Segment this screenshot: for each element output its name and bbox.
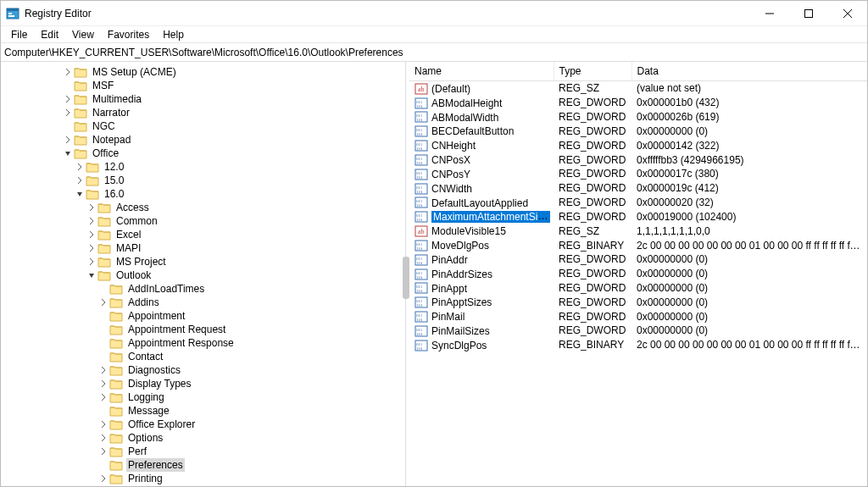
value-type: REG_DWORD bbox=[554, 124, 632, 138]
tree-item-label: MSF bbox=[91, 79, 115, 92]
tree-pane[interactable]: MS Setup (ACME)MSFMultimediaNarratorNGCN… bbox=[1, 62, 406, 486]
table-row[interactable]: 011110ABModalHeightREG_DWORD0x000001b0 (… bbox=[409, 96, 867, 110]
table-row[interactable]: 011110PinAddrREG_DWORD0x00000000 (0) bbox=[409, 252, 867, 267]
table-row[interactable]: 011110CNPosYREG_DWORD0x0000017c (380) bbox=[409, 167, 867, 181]
tree-item[interactable]: 15.0 bbox=[1, 174, 405, 187]
chevron-right-icon[interactable] bbox=[97, 391, 109, 403]
table-row[interactable]: 011110SyncDlgPosREG_BINARY2c 00 00 00 00… bbox=[409, 338, 867, 352]
table-row[interactable]: abModuleVisible15REG_SZ1,1,1,1,1,1,1,0,0 bbox=[409, 224, 867, 238]
menu-view[interactable]: View bbox=[65, 27, 101, 42]
tree-item[interactable]: Logging bbox=[1, 390, 405, 404]
chevron-down-icon[interactable] bbox=[74, 188, 86, 200]
svg-text:110: 110 bbox=[416, 190, 423, 194]
table-row[interactable]: 011110CNWidthREG_DWORD0x0000019c (412) bbox=[409, 181, 867, 196]
menu-edit[interactable]: Edit bbox=[34, 27, 65, 42]
svg-text:110: 110 bbox=[416, 318, 423, 322]
chevron-right-icon[interactable] bbox=[62, 66, 74, 78]
table-row[interactable]: 011110PinApptSizesREG_DWORD0x00000000 (0… bbox=[409, 295, 867, 309]
tree-item[interactable]: Office bbox=[1, 147, 405, 160]
column-header-data[interactable]: Data bbox=[632, 62, 867, 81]
tree-item[interactable]: Contact bbox=[1, 350, 405, 363]
tree-item[interactable]: Appointment Response bbox=[1, 336, 405, 350]
tree-item[interactable]: Perf bbox=[1, 445, 405, 458]
table-row[interactable]: 011110MaximumAttachmentSizeREG_DWORD0x00… bbox=[409, 209, 867, 224]
tree-item[interactable]: Diagnostics bbox=[1, 363, 405, 377]
chevron-right-icon[interactable] bbox=[62, 93, 74, 105]
chevron-right-icon[interactable] bbox=[86, 256, 97, 268]
tree-item[interactable]: NGC bbox=[1, 119, 405, 133]
chevron-right-icon[interactable] bbox=[74, 174, 86, 186]
tree-item[interactable]: MSF bbox=[1, 79, 405, 92]
chevron-right-icon[interactable] bbox=[86, 202, 97, 213]
table-row[interactable]: 011110CNPosXREG_DWORD0xfffffbb3 (4294966… bbox=[409, 152, 867, 167]
tree-item[interactable]: Excel bbox=[1, 228, 405, 241]
tree-item[interactable]: Access bbox=[1, 201, 405, 214]
tree-item[interactable]: Addins bbox=[1, 296, 405, 309]
chevron-right-icon[interactable] bbox=[97, 364, 109, 376]
tree-item[interactable]: MS Project bbox=[1, 255, 405, 268]
tree-item[interactable]: Message bbox=[1, 404, 405, 418]
table-row[interactable]: 011110PinAddrSizesREG_DWORD0x00000000 (0… bbox=[409, 267, 867, 281]
tree-item[interactable]: AddInLoadTimes bbox=[1, 282, 405, 296]
splitter-thumb[interactable] bbox=[403, 257, 409, 299]
tree-item[interactable]: Display Types bbox=[1, 377, 405, 390]
tree-item[interactable]: Common bbox=[1, 214, 405, 228]
tree-item[interactable]: Appointment Request bbox=[1, 323, 405, 336]
tree-item[interactable]: Multimedia bbox=[1, 92, 405, 106]
menu-file[interactable]: File bbox=[4, 27, 34, 42]
address-input[interactable] bbox=[1, 45, 867, 60]
chevron-right-icon[interactable] bbox=[97, 378, 109, 390]
table-row[interactable]: 011110CNHeightREG_DWORD0x00000142 (322) bbox=[409, 138, 867, 152]
chevron-right-icon[interactable] bbox=[97, 432, 109, 444]
tree-item[interactable]: Profiles bbox=[1, 485, 405, 486]
values-pane[interactable]: Name Type Data ab(Default)REG_SZ(value n… bbox=[409, 62, 867, 486]
chevron-right-icon[interactable] bbox=[86, 242, 97, 254]
table-row[interactable]: 011110PinMailREG_DWORD0x00000000 (0) bbox=[409, 309, 867, 324]
tree-item[interactable]: MAPI bbox=[1, 241, 405, 255]
folder-icon bbox=[109, 405, 123, 417]
table-row[interactable]: 011110DefaultLayoutAppliedREG_DWORD0x000… bbox=[409, 196, 867, 210]
tree-item[interactable]: 12.0 bbox=[1, 160, 405, 174]
folder-icon bbox=[74, 134, 87, 146]
tree-item[interactable]: Narrator bbox=[1, 106, 405, 119]
table-row[interactable]: 011110BECDefaultButtonREG_DWORD0x0000000… bbox=[409, 124, 867, 138]
chevron-right-icon[interactable] bbox=[97, 418, 109, 430]
chevron-right-icon[interactable] bbox=[74, 161, 86, 173]
chevron-right-icon[interactable] bbox=[97, 473, 109, 484]
value-type: REG_DWORD bbox=[554, 167, 632, 181]
folder-icon bbox=[74, 66, 87, 78]
chevron-down-icon[interactable] bbox=[86, 269, 97, 281]
table-row[interactable]: 011110PinApptREG_DWORD0x00000000 (0) bbox=[409, 281, 867, 296]
table-row[interactable]: 011110ABModalWidthREG_DWORD0x0000026b (6… bbox=[409, 110, 867, 125]
column-header-name[interactable]: Name bbox=[409, 62, 554, 81]
menu-favorites[interactable]: Favorites bbox=[101, 27, 156, 42]
menu-help[interactable]: Help bbox=[156, 27, 191, 42]
svg-text:110: 110 bbox=[416, 104, 423, 108]
chevron-down-icon[interactable] bbox=[62, 147, 74, 159]
tree-item[interactable]: MS Setup (ACME) bbox=[1, 65, 405, 79]
chevron-right-icon[interactable] bbox=[86, 215, 97, 227]
tree-item[interactable]: Appointment bbox=[1, 309, 405, 323]
maximize-button[interactable] bbox=[789, 1, 828, 26]
chevron-right-icon[interactable] bbox=[62, 107, 74, 119]
chevron-right-icon[interactable] bbox=[97, 296, 109, 308]
value-name: SyncDlgPos bbox=[431, 340, 487, 351]
minimize-button[interactable] bbox=[750, 1, 789, 26]
tree-item[interactable]: Outlook bbox=[1, 268, 405, 282]
tree-item[interactable]: Office Explorer bbox=[1, 418, 405, 431]
table-row[interactable]: ab(Default)REG_SZ(value not set) bbox=[409, 81, 867, 96]
tree-item[interactable]: 16.0 bbox=[1, 187, 405, 201]
table-row[interactable]: 011110MoveDlgPosREG_BINARY2c 00 00 00 00… bbox=[409, 238, 867, 252]
column-header-type[interactable]: Type bbox=[554, 62, 632, 81]
tree-item[interactable]: Options bbox=[1, 431, 405, 445]
tree-item[interactable]: Preferences bbox=[1, 458, 405, 472]
splitter[interactable] bbox=[406, 62, 409, 486]
tree-item[interactable]: Notepad bbox=[1, 133, 405, 147]
table-row[interactable]: 011110PinMailSizesREG_DWORD0x00000000 (0… bbox=[409, 324, 867, 338]
chevron-right-icon[interactable] bbox=[62, 134, 74, 146]
chevron-right-icon[interactable] bbox=[97, 445, 109, 457]
value-data: 0x00000000 (0) bbox=[632, 252, 867, 267]
tree-item[interactable]: Printing bbox=[1, 472, 405, 485]
close-button[interactable] bbox=[828, 1, 867, 26]
chevron-right-icon[interactable] bbox=[86, 229, 97, 241]
